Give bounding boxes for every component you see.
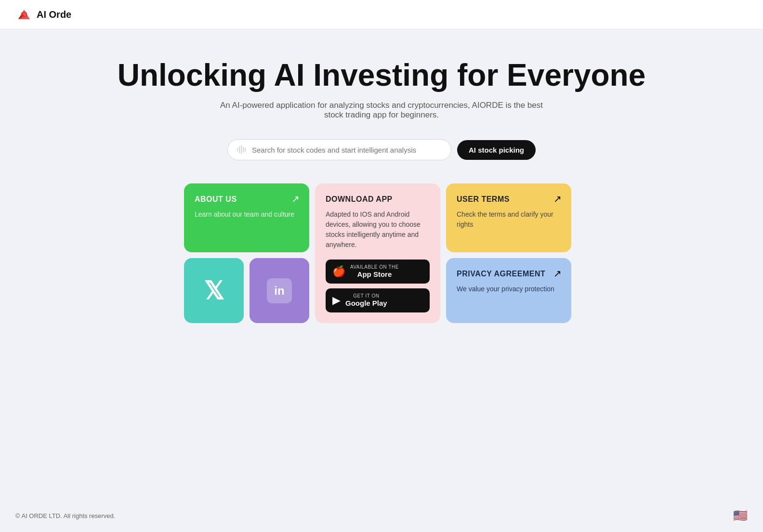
- ai-stock-picking-button[interactable]: AI stock picking: [457, 140, 536, 160]
- download-title: DOWNLOAD APP: [326, 195, 430, 204]
- hero-title: Unlocking AI Investing for Everyone: [118, 58, 646, 92]
- about-arrow-icon: ↗: [291, 193, 300, 205]
- logo[interactable]: AI Orde: [15, 6, 71, 23]
- search-input[interactable]: [252, 146, 442, 154]
- privacy-agreement-card[interactable]: ↗ PRIVACY AGREEMENT We value your privac…: [446, 258, 571, 323]
- privacy-title: PRIVACY AGREEMENT: [457, 270, 561, 278]
- svg-rect-5: [237, 148, 238, 151]
- svg-rect-2: [241, 145, 242, 154]
- app-store-label: Available on the App Store: [350, 264, 399, 279]
- svg-rect-1: [239, 146, 240, 153]
- apple-icon: 🍎: [332, 265, 345, 278]
- user-terms-card[interactable]: ↗ USER TERMS Check the terms and clarify…: [446, 183, 571, 252]
- about-desc: Learn about our team and culture: [195, 209, 299, 220]
- x-icon: 𝕏: [204, 276, 224, 305]
- logo-icon: [15, 6, 33, 23]
- logo-text: AI Orde: [37, 9, 71, 20]
- about-us-card[interactable]: ↗ ABOUT US Learn about our team and cult…: [184, 183, 309, 252]
- footer: © AI ORDE LTD. All rights reserved. 🇺🇸: [0, 499, 763, 532]
- search-box: [227, 139, 451, 160]
- copyright-text: © AI ORDE LTD. All rights reserved.: [15, 512, 115, 519]
- download-app-card[interactable]: DOWNLOAD APP Adapted to IOS and Android …: [315, 183, 440, 323]
- twitter-x-card[interactable]: 𝕏: [184, 258, 244, 323]
- privacy-desc: We value your privacy protection: [457, 284, 561, 294]
- hero-subtitle: An AI-powered application for analyzing …: [213, 101, 550, 120]
- cards-grid: ↗ ABOUT US Learn about our team and cult…: [184, 183, 579, 323]
- linkedin-icon-box: in: [267, 278, 292, 303]
- svg-rect-4: [245, 148, 246, 152]
- linkedin-card[interactable]: in: [250, 258, 309, 323]
- social-cards-row: 𝕏 in: [184, 258, 309, 323]
- terms-desc: Check the terms and clarify your rights: [457, 209, 561, 230]
- download-desc: Adapted to IOS and Android devices, allo…: [326, 209, 430, 250]
- terms-title: USER TERMS: [457, 195, 561, 204]
- terms-arrow-icon: ↗: [553, 193, 562, 205]
- search-row: AI stock picking: [227, 139, 536, 160]
- app-store-button[interactable]: 🍎 Available on the App Store: [326, 260, 430, 284]
- svg-rect-3: [243, 147, 244, 153]
- store-buttons: 🍎 Available on the App Store ▶ GET IT ON…: [326, 250, 430, 312]
- linkedin-icon: in: [274, 284, 284, 298]
- privacy-arrow-icon: ↗: [553, 268, 562, 279]
- us-flag-icon: 🇺🇸: [733, 509, 748, 522]
- main-content: Unlocking AI Investing for Everyone An A…: [0, 29, 763, 499]
- play-icon: ▶: [332, 294, 341, 307]
- about-title: ABOUT US: [195, 195, 299, 204]
- voice-search-icon: [237, 144, 247, 155]
- google-play-label: GET IT ON Google Play: [345, 293, 387, 308]
- google-play-button[interactable]: ▶ GET IT ON Google Play: [326, 288, 430, 312]
- header: AI Orde: [0, 0, 763, 29]
